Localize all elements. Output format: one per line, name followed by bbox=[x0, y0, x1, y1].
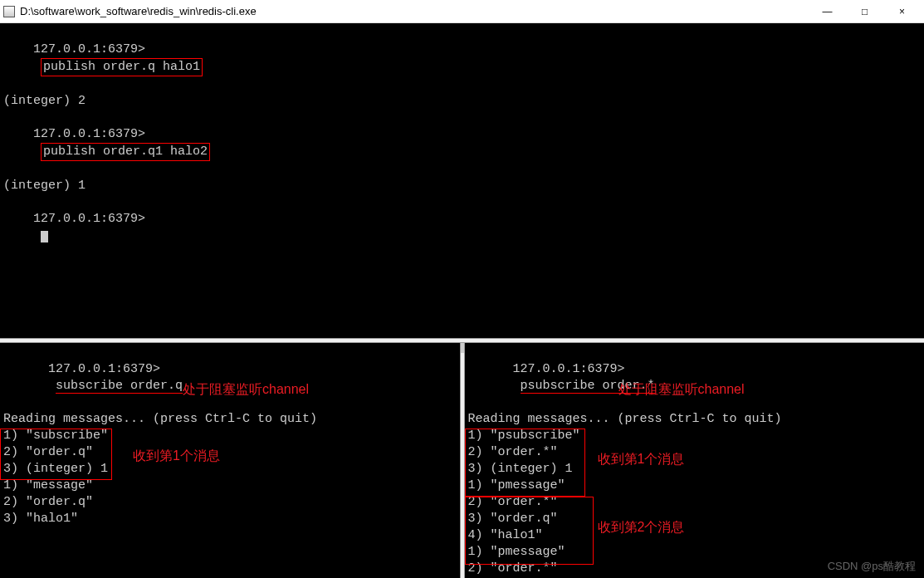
output-line: 3) (integer) 1 bbox=[3, 461, 457, 478]
app-icon bbox=[3, 6, 15, 17]
annotation-msg2: 收到第2个消息 bbox=[598, 519, 685, 536]
window-title: D:\software\work_software\redis_win\redi… bbox=[20, 5, 809, 17]
output-line: 2) "order.q" bbox=[3, 444, 457, 461]
prompt: 127.0.0.1:6379> bbox=[33, 212, 145, 226]
watermark: CSDN @ps酷教程 bbox=[828, 558, 916, 575]
output-line: 1) "pmessage" bbox=[468, 478, 922, 494]
output-line: 1) "subscribe" bbox=[3, 428, 457, 444]
output-line: 2) "order.*" bbox=[468, 444, 922, 461]
output-line: 1) "psubscribe" bbox=[468, 428, 922, 444]
output-line: 2) "order.*" bbox=[468, 494, 922, 511]
output-line: 1) "message" bbox=[3, 478, 457, 494]
annotation-msg1: 收到第1个消息 bbox=[598, 451, 685, 468]
reading-msg: Reading messages... (press Ctrl-C to qui… bbox=[3, 411, 457, 428]
annotation-blocking: 处于阻塞监听channel bbox=[618, 381, 745, 398]
reading-msg: Reading messages... (press Ctrl-C to qui… bbox=[468, 411, 922, 428]
prompt: 127.0.0.1:6379> bbox=[33, 127, 145, 141]
maximize-button[interactable]: □ bbox=[846, 0, 883, 23]
prompt: 127.0.0.1:6379> bbox=[513, 362, 625, 376]
prompt: 127.0.0.1:6379> bbox=[33, 42, 145, 56]
annotation-msg1: 收到第1个消息 bbox=[133, 448, 220, 464]
output-line: 3) (integer) 1 bbox=[468, 461, 922, 478]
close-button[interactable]: × bbox=[883, 0, 921, 23]
output-line: 2) "order.q" bbox=[3, 494, 457, 511]
result-1: (integer) 2 bbox=[3, 93, 921, 110]
result-2: (integer) 1 bbox=[3, 178, 921, 194]
scroll-thumb[interactable] bbox=[461, 343, 464, 353]
minimize-button[interactable]: — bbox=[809, 0, 846, 23]
prompt: 127.0.0.1:6379> bbox=[48, 362, 160, 376]
output-line: 3) "order.q" bbox=[468, 511, 922, 527]
command-subscribe: subscribe order.q bbox=[56, 379, 183, 394]
window-titlebar: D:\software\work_software\redis_win\redi… bbox=[0, 0, 924, 23]
output-line: 3) "halo1" bbox=[3, 511, 457, 527]
cursor bbox=[41, 231, 48, 242]
output-line: 4) "halo1" bbox=[468, 527, 922, 544]
terminal-bottom-left[interactable]: 127.0.0.1:6379> subscribe order.q Readin… bbox=[0, 343, 460, 578]
command-2: publish order.q1 halo2 bbox=[41, 143, 210, 161]
annotation-blocking: 处于阻塞监听channel bbox=[183, 381, 309, 398]
terminal-bottom-right[interactable]: 127.0.0.1:6379> psubscribe order.* Readi… bbox=[465, 343, 925, 578]
command-1: publish order.q halo1 bbox=[41, 58, 203, 76]
terminal-top[interactable]: 127.0.0.1:6379> publish order.q halo1 (i… bbox=[0, 23, 924, 338]
